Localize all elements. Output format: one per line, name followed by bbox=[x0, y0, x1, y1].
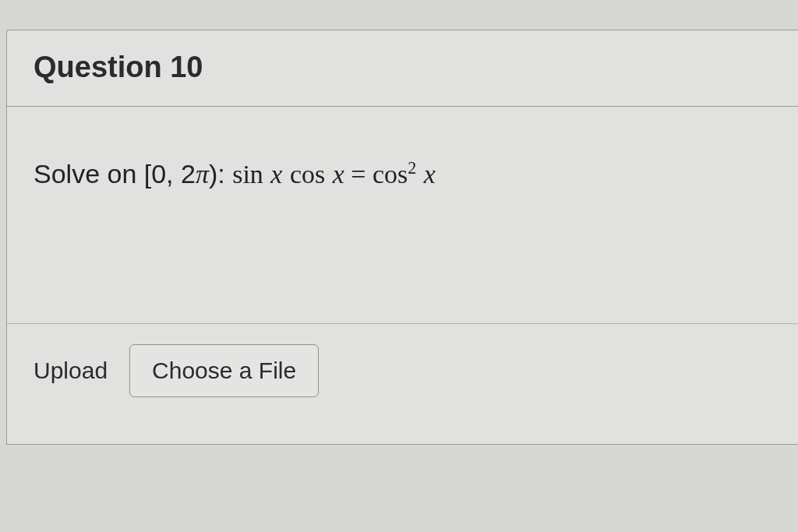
page: Question 10 Solve on [0, 2π): sin x cos … bbox=[0, 0, 798, 445]
eq-x2: x bbox=[333, 160, 344, 188]
question-card: Question 10 Solve on [0, 2π): sin x cos … bbox=[6, 30, 798, 445]
eq-x3: x bbox=[424, 160, 436, 188]
pi-symbol: π bbox=[196, 160, 209, 188]
upload-row: Upload Choose a File bbox=[7, 323, 798, 444]
choose-file-button[interactable]: Choose a File bbox=[129, 344, 319, 397]
prompt-text-prefix: Solve on [0, 2 bbox=[34, 159, 196, 188]
eq-sin: sin bbox=[232, 160, 263, 188]
upload-label: Upload bbox=[34, 358, 108, 384]
eq-cos2: cos bbox=[373, 160, 408, 188]
eq-cos1: cos bbox=[290, 160, 325, 188]
question-prompt: Solve on [0, 2π): sin x cos x = cos2 x bbox=[34, 158, 772, 191]
eq-equals: = bbox=[344, 160, 373, 188]
question-title: Question 10 bbox=[7, 30, 798, 107]
eq-x1: x bbox=[270, 160, 282, 188]
eq-superscript: 2 bbox=[408, 158, 416, 178]
question-body: Solve on [0, 2π): sin x cos x = cos2 x bbox=[7, 107, 798, 230]
prompt-text-close: ): bbox=[209, 159, 232, 188]
